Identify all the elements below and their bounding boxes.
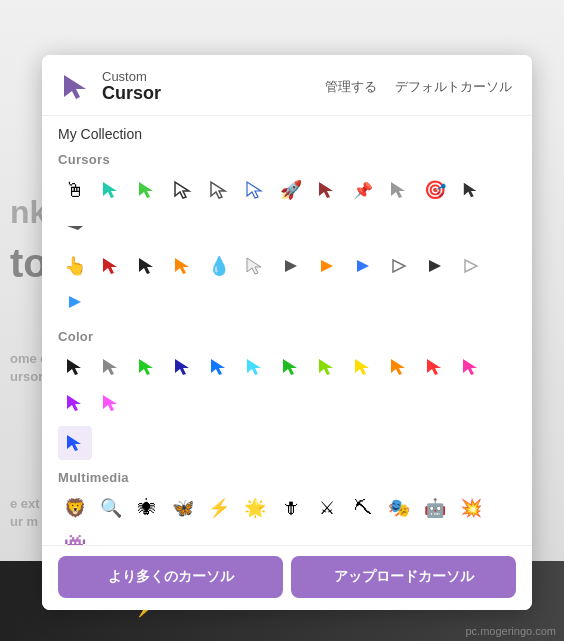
upload-cursor-button[interactable]: アップロードカーソル bbox=[291, 556, 516, 598]
cursor-thin-arrow[interactable] bbox=[238, 173, 272, 207]
svg-marker-31 bbox=[427, 359, 441, 375]
mm-spider[interactable]: 🕷 bbox=[130, 491, 164, 525]
color-cyan[interactable] bbox=[238, 350, 272, 384]
svg-marker-28 bbox=[319, 359, 333, 375]
popup-header: Custom Cursor 管理する デフォルトカーソル bbox=[42, 55, 532, 116]
svg-marker-18 bbox=[429, 260, 441, 272]
logo-area: Custom Cursor bbox=[58, 69, 161, 105]
cursor-orange-tri[interactable] bbox=[166, 249, 200, 283]
color-yellow[interactable] bbox=[346, 350, 380, 384]
svg-marker-23 bbox=[139, 359, 153, 375]
svg-marker-24 bbox=[175, 359, 189, 375]
cursor-outline2[interactable] bbox=[202, 173, 236, 207]
watermark: pc.mogeringo.com bbox=[466, 625, 557, 637]
cursor-gray[interactable] bbox=[382, 173, 416, 207]
mm-crossed-swords[interactable]: ⚔ bbox=[310, 491, 344, 525]
cursor-filled-right[interactable] bbox=[58, 285, 92, 319]
color-pink[interactable] bbox=[454, 350, 488, 384]
cursors-grid-row1: 🖱 🚀 📌 🎯 bbox=[58, 173, 516, 243]
svg-marker-33 bbox=[67, 395, 81, 411]
manage-link[interactable]: 管理する bbox=[325, 78, 377, 96]
cursor-small-arrow[interactable] bbox=[454, 173, 488, 207]
svg-marker-12 bbox=[175, 258, 189, 274]
cursor-dark-right[interactable] bbox=[418, 249, 452, 283]
cursor-outline-arrow[interactable] bbox=[166, 173, 200, 207]
svg-marker-20 bbox=[69, 296, 81, 308]
color-gray[interactable] bbox=[94, 350, 128, 384]
color-orange[interactable] bbox=[382, 350, 416, 384]
svg-marker-29 bbox=[355, 359, 369, 375]
mm-robot[interactable]: 🤖 bbox=[418, 491, 452, 525]
cursor-green-arrow[interactable] bbox=[130, 173, 164, 207]
color-teal[interactable] bbox=[274, 350, 308, 384]
svg-marker-2 bbox=[139, 182, 153, 198]
svg-marker-7 bbox=[391, 182, 405, 198]
color-grid-row2 bbox=[58, 426, 516, 460]
svg-marker-11 bbox=[139, 258, 153, 274]
popup-body[interactable]: My Collection Cursors 🖱 🚀 bbox=[42, 116, 532, 545]
color-black[interactable] bbox=[58, 350, 92, 384]
my-collection-link[interactable]: My Collection bbox=[58, 126, 516, 142]
logo-icon bbox=[58, 69, 94, 105]
svg-marker-15 bbox=[321, 260, 333, 272]
svg-marker-22 bbox=[103, 359, 117, 375]
mm-explosion[interactable]: 💥 bbox=[454, 491, 488, 525]
svg-marker-30 bbox=[391, 359, 405, 375]
cursor-outline-right[interactable] bbox=[382, 249, 416, 283]
svg-marker-26 bbox=[247, 359, 261, 375]
svg-marker-3 bbox=[175, 182, 189, 198]
cursor-white-arrow[interactable] bbox=[238, 249, 272, 283]
cursor-hand[interactable]: 👆 bbox=[58, 249, 92, 283]
cursor-teal-arrow[interactable] bbox=[94, 173, 128, 207]
color-red[interactable] bbox=[418, 350, 452, 384]
svg-marker-1 bbox=[103, 182, 117, 198]
svg-marker-8 bbox=[464, 183, 477, 197]
mm-sword[interactable]: 🗡 bbox=[274, 491, 308, 525]
mm-search[interactable]: 🔍 bbox=[94, 491, 128, 525]
cursor-blue-drop[interactable]: 💧 bbox=[202, 249, 236, 283]
multimedia-section-title: Multimedia bbox=[58, 470, 516, 485]
header-nav: 管理する デフォルトカーソル bbox=[325, 78, 512, 96]
svg-marker-0 bbox=[64, 75, 86, 99]
color-purple[interactable] bbox=[58, 386, 92, 420]
color-dark-blue[interactable] bbox=[166, 350, 200, 384]
cursor-red-arrow[interactable] bbox=[94, 249, 128, 283]
svg-marker-32 bbox=[463, 359, 477, 375]
mm-mask[interactable]: 🎭 bbox=[382, 491, 416, 525]
color-magenta[interactable] bbox=[94, 386, 128, 420]
custom-cursor-popup: Custom Cursor 管理する デフォルトカーソル My Collecti… bbox=[42, 55, 532, 610]
cursor-light-right[interactable] bbox=[454, 249, 488, 283]
svg-marker-27 bbox=[283, 359, 297, 375]
cursor-orange-right[interactable] bbox=[310, 249, 344, 283]
cursor-normal[interactable] bbox=[130, 249, 164, 283]
cursor-pin[interactable]: 📌 bbox=[346, 173, 380, 207]
mm-wolverine[interactable]: 🦁 bbox=[58, 491, 92, 525]
mm-lightning[interactable]: ⚡ bbox=[202, 491, 236, 525]
cursors-section-title: Cursors bbox=[58, 152, 516, 167]
svg-marker-16 bbox=[357, 260, 369, 272]
color-blue-selected[interactable] bbox=[58, 426, 92, 460]
default-cursor-link[interactable]: デフォルトカーソル bbox=[395, 78, 512, 96]
cursor-rocket[interactable]: 🚀 bbox=[274, 173, 308, 207]
cursor-dark-red[interactable] bbox=[310, 173, 344, 207]
multimedia-grid-row1: 🦁 🔍 🕷 🦋 ⚡ 🌟 🗡 ⚔ ⛏ 🎭 🤖 💥 👾 bbox=[58, 491, 516, 545]
mm-star[interactable]: 🌟 bbox=[238, 491, 272, 525]
svg-marker-14 bbox=[285, 260, 297, 272]
cursor-right-tri[interactable] bbox=[274, 249, 308, 283]
color-blue[interactable] bbox=[202, 350, 236, 384]
more-cursors-button[interactable]: より多くのカーソル bbox=[58, 556, 283, 598]
svg-marker-5 bbox=[247, 182, 261, 198]
cursor-right-arrow[interactable] bbox=[58, 209, 92, 243]
svg-marker-10 bbox=[103, 258, 117, 274]
svg-marker-6 bbox=[319, 182, 333, 198]
color-green[interactable] bbox=[130, 350, 164, 384]
mm-butterfly[interactable]: 🦋 bbox=[166, 491, 200, 525]
cursor-black-arrow[interactable]: 🖱 bbox=[58, 173, 92, 207]
cursor-crosshair[interactable]: 🎯 bbox=[418, 173, 452, 207]
svg-marker-21 bbox=[67, 359, 81, 375]
color-lime[interactable] bbox=[310, 350, 344, 384]
mm-pickaxe[interactable]: ⛏ bbox=[346, 491, 380, 525]
cursors-grid-row2: 👆 💧 bbox=[58, 249, 516, 319]
mm-alien[interactable]: 👾 bbox=[58, 527, 92, 545]
cursor-blue-right[interactable] bbox=[346, 249, 380, 283]
